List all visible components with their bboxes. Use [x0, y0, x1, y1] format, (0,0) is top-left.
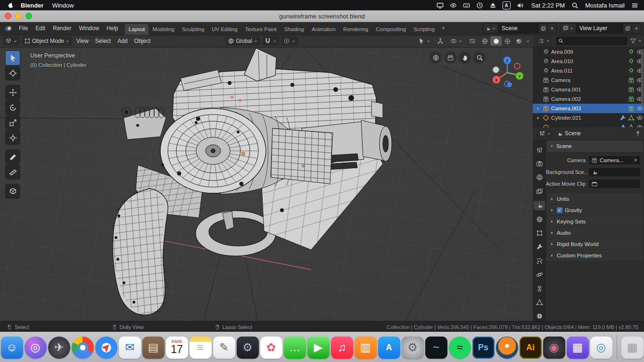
outliner-row-area-011[interactable]: Area.011	[533, 66, 644, 75]
view-layer-name-field[interactable]: View Layer	[576, 25, 623, 32]
dock-music[interactable]: ♫	[331, 337, 353, 359]
mode-dropdown[interactable]: Object Mode	[22, 36, 72, 46]
eject-icon[interactable]	[489, 2, 496, 9]
properties-tab-object-data[interactable]	[534, 297, 545, 307]
properties-tab-material[interactable]	[534, 312, 545, 321]
viewport-menu-select[interactable]: Select	[92, 35, 114, 47]
window-titlebar[interactable]: gunwireframe screenshot.blend	[0, 10, 644, 22]
browse-scene-button[interactable]	[483, 24, 498, 33]
camera-obj-icon[interactable]	[628, 105, 635, 112]
selectability-visibility-dropdown[interactable]	[416, 36, 433, 46]
dock-textedit[interactable]: ✎	[213, 337, 235, 359]
properties-tab-view-layer[interactable]	[534, 187, 545, 196]
workspace-tab-sculpting[interactable]: Sculpting	[178, 24, 208, 35]
dock-photo-booth[interactable]: ◉	[543, 337, 565, 359]
properties-tab-modifiers[interactable]	[534, 242, 545, 252]
expander-icon[interactable]	[536, 106, 541, 111]
filter-icon[interactable]	[630, 38, 636, 44]
gizmos-toggle[interactable]	[435, 36, 446, 46]
dock-illustrator[interactable]: Ai	[520, 337, 542, 359]
pan-view-button[interactable]	[459, 51, 471, 64]
new-scene-button[interactable]	[538, 24, 547, 33]
camera-view-button[interactable]	[444, 51, 456, 64]
browse-view-layer-button[interactable]	[561, 24, 576, 33]
dock-finder[interactable]: ☺	[1, 337, 23, 359]
minimize-window-button[interactable]	[15, 13, 22, 19]
pin-icon[interactable]	[635, 130, 641, 137]
snap-toggle[interactable]	[262, 36, 279, 46]
light-icon[interactable]	[628, 67, 635, 74]
menu-render[interactable]: Render	[49, 22, 75, 35]
shading-rendered-button[interactable]	[513, 36, 524, 46]
xray-toggle[interactable]	[467, 36, 478, 46]
outliner-row-cylinder-021[interactable]: Cylinder.021	[533, 113, 644, 123]
menubar-item-window[interactable]: Window	[52, 2, 74, 9]
apple-menu-icon[interactable]	[8, 2, 14, 8]
outliner-editor-type-button[interactable]	[536, 36, 553, 46]
chevron-down-icon[interactable]	[638, 39, 642, 43]
viewport-menu-object[interactable]: Object	[131, 35, 154, 47]
field-input-camera[interactable]: Camera...×	[589, 156, 640, 165]
dock-siri[interactable]: ◎	[25, 337, 47, 359]
shading-material-button[interactable]	[502, 36, 513, 46]
zoom-window-button[interactable]	[25, 13, 32, 19]
input-source-icon[interactable]: A	[503, 1, 511, 9]
menubar-user[interactable]: Mostafa Ismail	[585, 2, 625, 9]
volume-icon[interactable]	[517, 2, 524, 9]
dock-blender[interactable]	[496, 337, 518, 359]
dock-spotify[interactable]: ≈	[449, 337, 471, 359]
eye-icon[interactable]	[636, 105, 643, 112]
menu-edit[interactable]: Edit	[32, 22, 49, 35]
outliner-row[interactable]	[533, 123, 644, 127]
section-audio[interactable]: Audio	[547, 227, 643, 238]
tool-add-cube[interactable]	[6, 184, 20, 198]
dock-system-preferences[interactable]: ⚙	[402, 337, 424, 359]
properties-tab-scene[interactable]	[534, 201, 545, 210]
section-units[interactable]: Units	[547, 193, 643, 204]
overlays-toggle[interactable]	[448, 36, 465, 46]
notification-center-icon[interactable]	[631, 2, 638, 9]
dock-safari[interactable]: ➤	[95, 337, 117, 359]
dock-preview[interactable]: ◎	[590, 337, 612, 359]
menu-window[interactable]: Window	[75, 22, 103, 35]
proportional-editing-toggle[interactable]	[281, 36, 298, 46]
properties-editor-type-button[interactable]	[537, 129, 553, 138]
close-window-button[interactable]	[5, 13, 11, 19]
dock-audio-app[interactable]: ~	[425, 337, 447, 359]
properties-tab-constraints[interactable]	[534, 284, 545, 293]
menubar-clock[interactable]: Sat 2:22 PM	[531, 2, 565, 9]
checkbox-gravity[interactable]: ✓	[557, 207, 562, 213]
field-input-background-sce[interactable]	[589, 168, 640, 176]
section-gravity[interactable]: ✓Gravity	[547, 205, 643, 215]
outliner-row-camera-002[interactable]: Camera.002	[533, 94, 644, 104]
dock-app-store[interactable]: A	[378, 337, 400, 359]
scene-panel-header[interactable]: Scene	[547, 140, 643, 152]
section-custom-properties[interactable]: Custom Properties	[547, 250, 643, 261]
workspace-tab-scripting[interactable]: Scripting	[410, 24, 438, 35]
field-input-active-movie-clip[interactable]	[589, 180, 640, 188]
outliner-row-camera-003[interactable]: Camera.003	[533, 104, 644, 113]
dock-trash[interactable]: ▦	[621, 337, 644, 359]
outliner-search-input[interactable]	[556, 37, 627, 45]
camera-obj-icon[interactable]	[628, 86, 635, 93]
dock-notes[interactable]: ≡	[190, 337, 212, 359]
tool-transform[interactable]	[6, 131, 20, 145]
tool-cursor[interactable]	[6, 66, 20, 80]
shading-wireframe-button[interactable]	[479, 36, 490, 46]
tool-annotate[interactable]	[6, 150, 20, 164]
editor-type-button[interactable]	[3, 36, 20, 46]
workspace-tab-modeling[interactable]: Modeling	[149, 24, 178, 35]
workspace-tab-animation[interactable]: Animation	[308, 24, 339, 35]
zoom-view-button[interactable]	[473, 51, 486, 64]
dock-photoshop[interactable]: Ps	[472, 337, 495, 359]
properties-tab-render[interactable]	[534, 159, 545, 168]
workspace-tab-texture-paint[interactable]: Texture Paint	[241, 24, 281, 35]
camera-obj-icon[interactable]	[628, 77, 635, 83]
workspace-tab-shading[interactable]: Shading	[281, 24, 308, 35]
light-icon[interactable]	[628, 49, 635, 55]
time-machine-icon[interactable]	[476, 2, 483, 9]
workspace-tab-layout[interactable]: Layout	[125, 24, 149, 35]
dock-facetime[interactable]: ▶	[307, 337, 330, 359]
outliner-row-area-010[interactable]: Area.010	[533, 57, 644, 66]
section-keying-sets[interactable]: Keying Sets	[547, 216, 643, 227]
